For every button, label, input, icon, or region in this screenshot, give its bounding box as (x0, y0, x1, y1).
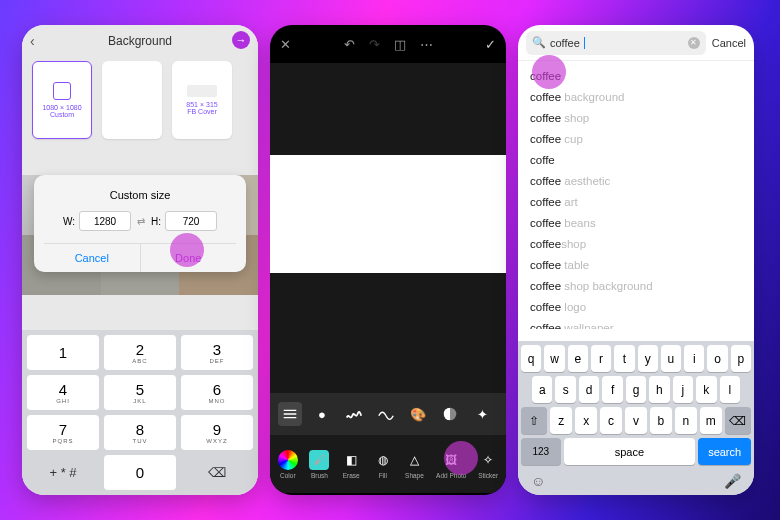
dictation-key[interactable]: 🎤 (724, 473, 741, 489)
key-u[interactable]: u (661, 345, 681, 372)
key-t[interactable]: t (614, 345, 634, 372)
width-label: W: (63, 216, 75, 227)
undo-icon[interactable]: ↶ (344, 37, 355, 52)
key-f[interactable]: f (602, 376, 622, 403)
key-y[interactable]: y (638, 345, 658, 372)
cancel-button[interactable]: Cancel (712, 37, 746, 49)
search-input-value: coffee (550, 37, 580, 49)
space-key[interactable]: space (564, 438, 696, 465)
highlight-dot-suggestion (532, 55, 566, 89)
key-b[interactable]: b (650, 407, 672, 434)
numpad-zero[interactable]: 0 (104, 455, 176, 490)
page-title: Background (108, 34, 172, 48)
suggestion-item[interactable]: coffee shop background (530, 275, 742, 296)
key-s[interactable]: s (555, 376, 575, 403)
clear-icon[interactable]: ✕ (688, 37, 700, 49)
swap-icon[interactable]: ⇄ (135, 216, 147, 227)
key-m[interactable]: m (700, 407, 722, 434)
template-fb-cover[interactable]: 851 × 315 FB Cover (172, 61, 232, 139)
key-a[interactable]: a (532, 376, 552, 403)
numpad-key-2[interactable]: 2ABC (104, 335, 176, 370)
suggestion-item[interactable]: coffee beans (530, 212, 742, 233)
close-icon[interactable]: ✕ (280, 37, 291, 52)
key-q[interactable]: q (521, 345, 541, 372)
brush-dot-icon[interactable]: ● (310, 402, 334, 426)
suggestion-item[interactable]: coffee art (530, 191, 742, 212)
key-i[interactable]: i (684, 345, 704, 372)
template-custom[interactable]: 1080 × 1080 Custom (32, 61, 92, 139)
numpad-sym[interactable]: + * # (27, 455, 99, 490)
cancel-button[interactable]: Cancel (44, 244, 141, 272)
numbers-key[interactable]: 123 (521, 438, 561, 465)
numpad-key-4[interactable]: 4GHI (27, 375, 99, 410)
suggestion-item[interactable]: coffee background (530, 86, 742, 107)
tool-bar: Color🖌Brush◧Erase◍Fill△Shape🖼Add Photo✧S… (270, 435, 506, 493)
key-v[interactable]: v (625, 407, 647, 434)
key-n[interactable]: n (675, 407, 697, 434)
emoji-key[interactable]: ☺ (531, 473, 545, 489)
brush-wave-icon[interactable] (374, 402, 398, 426)
highlight-dot-done (170, 233, 204, 267)
editor-toolbar: ✕ ↶ ↷ ◫ ⋯ ✓ (270, 25, 506, 63)
suggestion-item[interactable]: coffee logo (530, 296, 742, 317)
backspace-key[interactable]: ⌫ (725, 407, 751, 434)
search-key[interactable]: search (698, 438, 751, 465)
next-button[interactable]: → (232, 31, 250, 49)
more-icon[interactable]: ⋯ (420, 37, 433, 52)
key-c[interactable]: c (600, 407, 622, 434)
key-r[interactable]: r (591, 345, 611, 372)
brush-picker-row: ● 🎨 ✦ (270, 393, 506, 435)
width-input[interactable] (79, 211, 131, 231)
key-w[interactable]: w (544, 345, 564, 372)
tool-erase[interactable]: ◧Erase (341, 450, 361, 479)
numpad-key-1[interactable]: 1 (27, 335, 99, 370)
confirm-icon[interactable]: ✓ (485, 37, 496, 52)
suggestion-item[interactable]: coffeeshop (530, 233, 742, 254)
brush-drip-icon[interactable]: 🎨 (406, 402, 430, 426)
key-j[interactable]: j (673, 376, 693, 403)
key-g[interactable]: g (626, 376, 646, 403)
back-icon[interactable]: ‹ (30, 33, 35, 49)
suggestion-item[interactable]: coffee cup (530, 128, 742, 149)
numpad-key-5[interactable]: 5JKL (104, 375, 176, 410)
brush-star-icon[interactable]: ✦ (470, 402, 494, 426)
suggestion-item[interactable]: coffe (530, 149, 742, 170)
key-d[interactable]: d (579, 376, 599, 403)
key-e[interactable]: e (568, 345, 588, 372)
tool-color[interactable]: Color (278, 450, 298, 479)
redo-icon[interactable]: ↷ (369, 37, 380, 52)
height-input[interactable] (165, 211, 217, 231)
numpad-back[interactable]: ⌫ (181, 455, 253, 490)
numpad-key-3[interactable]: 3DEF (181, 335, 253, 370)
key-p[interactable]: p (731, 345, 751, 372)
suggestion-item[interactable]: coffee shop (530, 107, 742, 128)
tool-brush[interactable]: 🖌Brush (309, 450, 329, 479)
brush-scribble-icon[interactable] (342, 402, 366, 426)
suggestion-item[interactable]: coffee wallpaper (530, 317, 742, 329)
key-k[interactable]: k (696, 376, 716, 403)
qwerty-keyboard: qwertyuiop asdfghjkl ⇧zxcvbnm⌫ 123 space… (518, 341, 754, 495)
numpad-key-6[interactable]: 6MNO (181, 375, 253, 410)
tool-fill[interactable]: ◍Fill (373, 450, 393, 479)
suggestion-item[interactable]: coffee table (530, 254, 742, 275)
search-field[interactable]: 🔍 coffee ✕ (526, 31, 706, 55)
suggestion-item[interactable]: coffee aesthetic (530, 170, 742, 191)
numpad-key-7[interactable]: 7PQRS (27, 415, 99, 450)
key-z[interactable]: z (550, 407, 572, 434)
numeric-keypad: 12ABC3DEF4GHI5JKL6MNO7PQRS8TUV9WXYZ+ * #… (22, 330, 258, 495)
key-o[interactable]: o (707, 345, 727, 372)
tool-shape[interactable]: △Shape (404, 450, 424, 479)
numpad-key-8[interactable]: 8TUV (104, 415, 176, 450)
brush-lines-icon[interactable] (278, 402, 302, 426)
template-item[interactable] (102, 61, 162, 139)
tool-sticker[interactable]: ✧Sticker (478, 450, 498, 479)
key-h[interactable]: h (649, 376, 669, 403)
numpad-key-9[interactable]: 9WXYZ (181, 415, 253, 450)
shift-key[interactable]: ⇧ (521, 407, 547, 434)
layers-icon[interactable]: ◫ (394, 37, 406, 52)
brush-circle-icon[interactable] (438, 402, 462, 426)
canvas-area[interactable] (270, 63, 506, 393)
canvas-content (270, 155, 506, 273)
key-l[interactable]: l (720, 376, 740, 403)
key-x[interactable]: x (575, 407, 597, 434)
